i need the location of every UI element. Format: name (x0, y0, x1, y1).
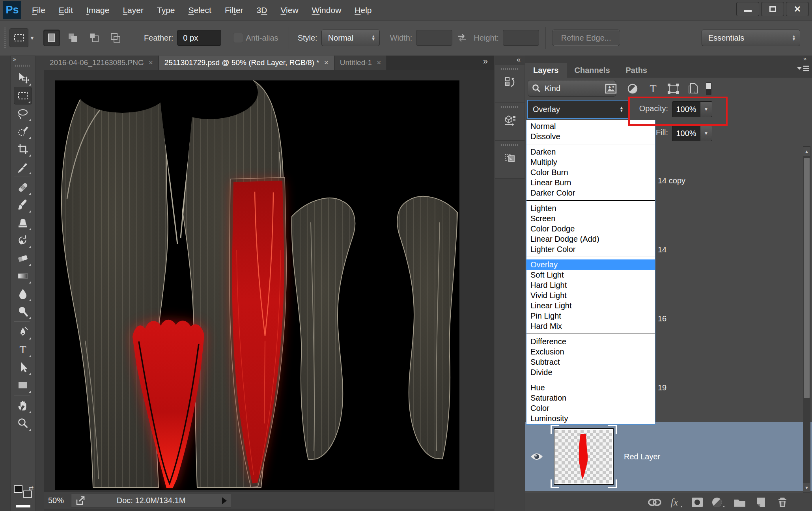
menu-select[interactable]: Select (182, 6, 218, 15)
link-layers-icon[interactable] (647, 496, 663, 509)
eraser-tool[interactable] (14, 249, 32, 267)
blend-mode-option[interactable]: Subtract (526, 357, 655, 367)
blend-mode-option[interactable]: Screen (526, 213, 655, 224)
blend-mode-option[interactable]: Multiply (526, 157, 655, 167)
rectangle-tool[interactable] (14, 376, 32, 394)
blend-mode-option[interactable]: Normal (526, 121, 655, 131)
fill-dropdown-button[interactable]: ▼ (700, 125, 712, 141)
options-grip[interactable] (4, 28, 6, 48)
layer-row[interactable]: Red Layer (525, 422, 812, 491)
new-group-icon[interactable] (732, 496, 748, 509)
toolbar-grip[interactable] (15, 65, 31, 67)
type-tool[interactable]: T (14, 341, 32, 358)
menu-filter[interactable]: Filter (218, 6, 250, 15)
scroll-down-icon[interactable]: ▼ (803, 483, 810, 492)
gradient-tool[interactable] (14, 267, 32, 285)
foreground-color-swatch[interactable] (14, 485, 22, 493)
menu-edit[interactable]: Edit (52, 6, 80, 15)
blend-mode-option[interactable]: Color (526, 403, 655, 413)
lasso-tool[interactable] (14, 104, 32, 122)
menu-file[interactable]: File (25, 6, 52, 15)
menu-help[interactable]: Help (348, 6, 378, 15)
menu-view[interactable]: View (274, 6, 305, 15)
pen-tool[interactable] (14, 323, 32, 341)
subtract-from-selection-button[interactable] (86, 30, 103, 46)
document-tab[interactable]: 2511301729.psd @ 50% (Red Layer, RGB/8) … (159, 56, 334, 70)
history-panel-button[interactable] (495, 65, 525, 103)
filter-adjustment-layers-icon[interactable] (625, 82, 640, 96)
adjustment-layer-icon[interactable] (711, 496, 726, 509)
blend-mode-option[interactable]: Hue (526, 382, 655, 393)
crop-tool[interactable] (14, 140, 32, 158)
minimize-button[interactable] (736, 2, 759, 16)
tab-close-icon[interactable]: × (149, 58, 153, 67)
blend-mode-option[interactable]: Linear Dodge (Add) (526, 234, 655, 244)
layers-scrollbar[interactable]: ▲ ▼ (803, 146, 810, 493)
opacity-value[interactable]: 100% (672, 101, 700, 117)
swap-dimensions-icon[interactable] (456, 33, 467, 43)
filter-pixel-layers-icon[interactable] (603, 82, 619, 96)
close-button[interactable]: × (786, 2, 809, 16)
layer-name[interactable]: 16 (658, 314, 666, 323)
tab-close-icon[interactable]: × (324, 58, 329, 67)
blend-mode-option[interactable]: Color Dodge (526, 224, 655, 234)
restore-button[interactable] (761, 2, 784, 16)
filter-type-layers-icon[interactable]: T (645, 82, 661, 96)
blend-mode-option[interactable]: Lighten (526, 203, 655, 213)
add-to-selection-button[interactable] (65, 30, 81, 46)
blend-mode-option[interactable]: Divide (526, 367, 655, 377)
new-selection-button[interactable] (43, 30, 60, 46)
menu-type[interactable]: Type (150, 6, 182, 15)
blend-mode-option[interactable]: Hard Light (526, 280, 655, 290)
move-tool[interactable] (14, 69, 32, 87)
delete-layer-icon[interactable] (775, 496, 790, 509)
scroll-up-icon[interactable]: ▲ (803, 147, 810, 156)
swap-colors-icon[interactable]: ⇄ (28, 485, 34, 492)
status-arrow-icon[interactable] (222, 497, 227, 504)
panel-group-collapse-icon[interactable]: » (525, 56, 812, 63)
document-canvas[interactable] (55, 80, 459, 490)
menu-layer[interactable]: Layer (116, 6, 150, 15)
clone-source-panel-button[interactable] (495, 141, 525, 179)
quick-mask-button[interactable] (16, 505, 30, 507)
scrollbar-thumb[interactable] (804, 158, 810, 398)
layer-name[interactable]: 14 (658, 245, 666, 254)
blend-mode-option[interactable]: Hard Mix (526, 321, 655, 331)
fill-value[interactable]: 100% (672, 125, 700, 141)
layer-name[interactable]: 19 (658, 383, 666, 392)
blend-mode-option[interactable]: Darken (526, 147, 655, 157)
blend-mode-option[interactable]: Darker Color (526, 188, 655, 198)
blend-mode-select[interactable]: Overlay ▲▼ (528, 100, 629, 118)
rectangular-marquee-tool[interactable] (14, 87, 32, 104)
layer-style-icon[interactable]: fx (668, 496, 684, 509)
toolbar-collapse-icon[interactable]: » (11, 56, 35, 64)
panel-tab-layers[interactable]: Layers (525, 63, 567, 78)
blend-mode-option[interactable]: Linear Burn (526, 177, 655, 188)
history-brush-tool[interactable] (14, 231, 32, 249)
path-selection-tool[interactable] (14, 358, 32, 376)
current-tool-button[interactable] (9, 28, 28, 47)
blur-tool[interactable] (14, 285, 32, 302)
spot-healing-tool[interactable] (14, 178, 32, 196)
panel-menu-icon[interactable] (796, 65, 810, 72)
blend-mode-option[interactable]: Dissolve (526, 131, 655, 142)
blend-mode-option[interactable]: Lighter Color (526, 244, 655, 254)
blend-mode-option[interactable]: Difference (526, 336, 655, 347)
blend-mode-option[interactable]: Color Burn (526, 167, 655, 177)
filter-smart-objects-icon[interactable] (685, 82, 701, 96)
layer-visibility-toggle[interactable] (525, 422, 548, 491)
blend-mode-option[interactable]: Overlay (526, 259, 655, 270)
layer-name[interactable]: 14 copy (658, 176, 685, 185)
blend-mode-option[interactable]: Pin Light (526, 311, 655, 321)
new-layer-icon[interactable] (753, 496, 769, 509)
layer-name[interactable]: Red Layer (624, 452, 660, 461)
document-tab[interactable]: 2016-04-06_12163085.PNG× (44, 56, 159, 70)
refine-edge-button[interactable]: Refine Edge... (552, 30, 620, 46)
filter-shape-layers-icon[interactable] (665, 82, 681, 96)
hand-tool[interactable] (14, 397, 32, 414)
workspace-select[interactable]: Essentials ▲▼ (702, 30, 800, 46)
blend-mode-option[interactable]: Soft Light (526, 270, 655, 280)
filter-toggle-switch[interactable] (703, 82, 715, 96)
tab-close-icon[interactable]: × (377, 58, 381, 67)
brush-tool[interactable] (14, 196, 32, 214)
